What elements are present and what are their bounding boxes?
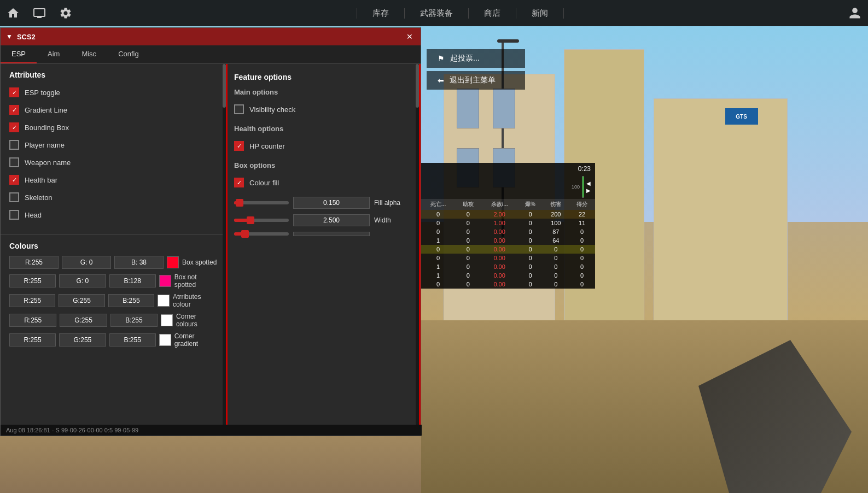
attr-colour-name: Atrributes colour: [173, 293, 217, 308]
vote-icon: ⚑: [438, 54, 445, 63]
colour-fill-checkbox[interactable]: [234, 178, 244, 187]
visibility-check-checkbox[interactable]: [234, 104, 244, 114]
player-name-row[interactable]: Player name: [1, 136, 226, 154]
head-row[interactable]: Head: [1, 206, 226, 224]
health-bar-checkbox[interactable]: [9, 175, 19, 185]
scoreboard: 0:23 100 ◀ ▶ 死亡... 助攻 杀敌/... 爆% 伤害 得分 00…: [421, 163, 595, 289]
corner-colours-row: R:255 G:255 B:255 Corner colours: [9, 313, 217, 328]
corner-grad-b[interactable]: B:255: [109, 333, 156, 347]
player-name-checkbox[interactable]: [9, 140, 19, 150]
box-not-spotted-swatch[interactable]: [159, 275, 171, 287]
attr-colour-swatch[interactable]: [158, 295, 170, 307]
hp-counter-row[interactable]: HP counter: [234, 137, 412, 155]
exit-icon: ⬅: [438, 76, 444, 85]
weapon-name-row[interactable]: Weapon name: [1, 154, 226, 171]
vote-button[interactable]: ⚑ 起投票...: [427, 49, 525, 68]
table-row: 00 0.00 00 0: [421, 245, 595, 254]
gradient-line-label: Gradient Line: [25, 106, 67, 114]
hp-counter-label: HP counter: [249, 142, 285, 150]
width-track[interactable]: [234, 219, 289, 222]
exit-button[interactable]: ⬅ 退出到主菜单: [427, 71, 525, 90]
width-thumb[interactable]: [247, 216, 254, 224]
top-nav-bar: 库存 武器装备 商店 新闻: [0, 0, 868, 26]
gradient-line-row[interactable]: Gradient Line: [1, 101, 226, 119]
right-col-scrollbar-thumb[interactable]: [416, 64, 419, 108]
corner-grad-g[interactable]: G:255: [59, 333, 106, 347]
extra-thumb[interactable]: [241, 230, 249, 238]
right-column: Feature options Main options Visibility …: [228, 64, 421, 436]
game-menu: ⚑ 起投票... ⬅ 退出到主菜单: [427, 49, 525, 90]
tab-aim[interactable]: Aim: [37, 45, 71, 63]
corner-gradient-row: R:255 G:255 B:255 Corner gradient: [9, 332, 217, 348]
health-bar-row[interactable]: Health bar: [1, 171, 226, 189]
left-column: Attributes ESP toggle Gradient Line Boun…: [1, 64, 228, 436]
weapon-name-label: Weapon name: [25, 159, 71, 167]
width-row: 2.500 Width: [234, 214, 412, 226]
box-spotted-g[interactable]: G: 0: [62, 256, 111, 269]
nav-inventory[interactable]: 库存: [357, 8, 405, 19]
panel-close-button[interactable]: ✕: [404, 31, 415, 42]
gradient-line-checkbox[interactable]: [9, 105, 19, 115]
colours-header: Colours: [9, 242, 217, 250]
head-checkbox[interactable]: [9, 210, 19, 220]
fill-alpha-thumb[interactable]: [236, 199, 243, 207]
corner-colour-r[interactable]: R:255: [9, 314, 56, 327]
extra-slider-track[interactable]: [234, 232, 289, 236]
box-spotted-b[interactable]: B: 38: [114, 256, 164, 269]
visibility-check-row[interactable]: Visibility check: [234, 101, 412, 118]
attr-colour-b[interactable]: B:255: [108, 294, 154, 307]
corner-grad-r[interactable]: R:255: [9, 333, 56, 347]
attr-colour-r[interactable]: R:255: [9, 294, 55, 307]
bounding-box-checkbox[interactable]: [9, 122, 19, 132]
esp-toggle-row[interactable]: ESP toggle: [1, 84, 226, 101]
nav-shop[interactable]: 商店: [469, 8, 516, 19]
esp-toggle-checkbox[interactable]: [9, 87, 19, 97]
extra-value[interactable]: [293, 232, 370, 236]
box-not-spotted-r[interactable]: R:255: [9, 274, 56, 287]
left-col-scrollbar[interactable]: [223, 64, 226, 436]
tab-esp[interactable]: ESP: [1, 45, 37, 63]
head-label: Head: [25, 211, 42, 219]
box-spotted-swatch[interactable]: [167, 256, 179, 268]
box-not-spotted-row: R:255 G: 0 B:128 Box not spotted: [9, 273, 217, 289]
home-icon[interactable]: [0, 0, 26, 26]
fill-alpha-track[interactable]: [234, 201, 289, 204]
width-value[interactable]: 2.500: [293, 214, 370, 226]
box-spotted-row: R:255 G: 0 B: 38 Box spotted: [9, 256, 217, 269]
fill-alpha-value[interactable]: 0.150: [293, 197, 370, 209]
box-not-spotted-b[interactable]: B:128: [109, 274, 156, 287]
player-name-label: Player name: [25, 141, 65, 149]
corner-colour-b[interactable]: B:255: [110, 314, 158, 327]
hp-counter-checkbox[interactable]: [234, 141, 244, 151]
weapon-name-checkbox[interactable]: [9, 157, 19, 167]
nav-weapons[interactable]: 武器装备: [405, 8, 469, 19]
corner-colour-g[interactable]: G:255: [60, 314, 107, 327]
skeleton-row[interactable]: Skeleton: [1, 189, 226, 206]
box-spotted-r[interactable]: R:255: [9, 256, 59, 269]
col-deaths: 死亡...: [421, 199, 455, 210]
attr-colour-g[interactable]: G:255: [59, 294, 104, 307]
table-row: 10 0.00 064 0: [421, 236, 595, 245]
width-label: Width: [374, 216, 412, 224]
fill-alpha-row: 0.150 Fill alpha: [234, 197, 412, 209]
corner-grad-swatch[interactable]: [159, 334, 171, 346]
corner-colour-swatch[interactable]: [161, 314, 173, 326]
table-row: 00 1.00 0100 11: [421, 219, 595, 227]
right-col-scrollbar[interactable]: [416, 64, 419, 436]
tab-config[interactable]: Config: [107, 45, 150, 63]
settings-icon[interactable]: [53, 0, 79, 26]
left-col-scrollbar-thumb[interactable]: [223, 64, 226, 108]
bounding-box-label: Bounding Box: [25, 124, 69, 132]
panel-arrow: ▼: [6, 33, 13, 40]
main-options-header: Main options: [234, 88, 412, 96]
tab-misc[interactable]: Misc: [71, 45, 107, 63]
box-not-spotted-g[interactable]: G: 0: [59, 274, 106, 287]
bounding-box-row[interactable]: Bounding Box: [1, 119, 226, 136]
table-row: 00 0.00 00 0: [421, 280, 595, 289]
panel-titlebar[interactable]: ▼ SCS2 ✕: [1, 28, 421, 45]
skeleton-checkbox[interactable]: [9, 192, 19, 202]
nav-news[interactable]: 新闻: [516, 8, 564, 19]
user-icon[interactable]: [842, 0, 868, 26]
tv-icon[interactable]: [26, 0, 53, 26]
colour-fill-row[interactable]: Colour fill: [234, 174, 412, 191]
